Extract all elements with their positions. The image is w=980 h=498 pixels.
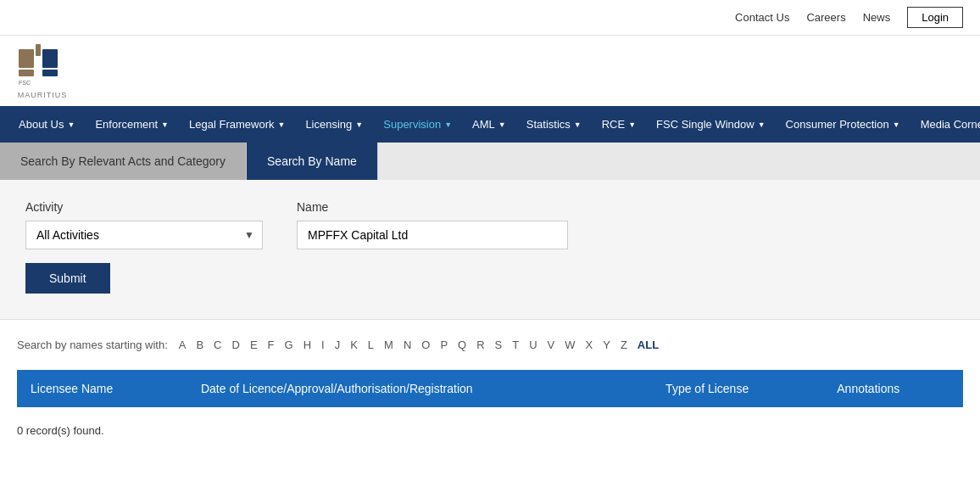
- nav-arrow-statistics: ▼: [574, 120, 582, 129]
- tab-search-by-name[interactable]: Search By Name: [247, 143, 378, 180]
- alpha-d[interactable]: D: [229, 337, 242, 353]
- nav-fsc-single-window[interactable]: FSC Single Window ▼: [646, 106, 776, 143]
- alpha-prefix-label: Search by names starting with:: [17, 339, 168, 351]
- col-annotations: Annotations: [823, 370, 963, 407]
- careers-link[interactable]: Careers: [806, 11, 845, 24]
- nav-legal-framework[interactable]: Legal Framework ▼: [179, 106, 295, 143]
- alpha-q[interactable]: Q: [455, 337, 469, 353]
- nav-arrow-fsc: ▼: [758, 120, 766, 129]
- fsc-logo: FSC: [17, 42, 68, 89]
- activity-select-wrapper: All Activities ▼: [25, 221, 263, 249]
- nav-arrow-licensing: ▼: [355, 120, 363, 129]
- nav-consumer-protection[interactable]: Consumer Protection ▼: [776, 106, 910, 143]
- name-input[interactable]: [297, 221, 568, 249]
- alpha-b[interactable]: B: [193, 337, 206, 353]
- alpha-y[interactable]: Y: [600, 337, 613, 353]
- nav-rce[interactable]: RCE ▼: [592, 106, 646, 143]
- tab-relevant-acts[interactable]: Search By Relevant Acts and Category: [0, 143, 247, 180]
- activity-select[interactable]: All Activities: [25, 221, 263, 249]
- search-tabs: Search By Relevant Acts and Category Sea…: [0, 143, 980, 180]
- activity-group: Activity All Activities ▼: [25, 200, 263, 249]
- name-label: Name: [297, 200, 568, 214]
- col-type-of-license: Type of License: [652, 370, 823, 407]
- nav-arrow-consumer: ▼: [893, 120, 900, 129]
- svg-rect-2: [42, 49, 58, 68]
- svg-rect-3: [19, 70, 34, 76]
- nav-arrow-enforcement: ▼: [161, 120, 169, 129]
- alpha-f[interactable]: F: [265, 337, 277, 353]
- search-form: Activity All Activities ▼ Name Submit: [0, 180, 980, 320]
- alpha-t[interactable]: T: [509, 337, 521, 353]
- alpha-g[interactable]: G: [282, 337, 296, 353]
- svg-rect-4: [42, 70, 58, 76]
- nav-arrow-about: ▼: [67, 120, 75, 129]
- nav-statistics[interactable]: Statistics ▼: [516, 106, 592, 143]
- submit-button[interactable]: Submit: [25, 263, 110, 294]
- alpha-w[interactable]: W: [562, 337, 577, 353]
- news-link[interactable]: News: [863, 11, 891, 24]
- alpha-search: Search by names starting with: A B C D E…: [0, 320, 980, 361]
- alpha-u[interactable]: U: [526, 337, 539, 353]
- form-row: Activity All Activities ▼ Name: [25, 200, 955, 249]
- top-bar: Contact Us Careers News Login: [0, 0, 980, 36]
- nav-arrow-aml: ▼: [498, 120, 506, 129]
- alpha-j[interactable]: J: [332, 337, 343, 353]
- nav-licensing[interactable]: Licensing ▼: [295, 106, 373, 143]
- logo-mauritius-text: MAURITIUS: [18, 91, 68, 99]
- alpha-a[interactable]: A: [176, 337, 189, 353]
- alpha-all[interactable]: ALL: [635, 337, 661, 353]
- svg-rect-0: [19, 49, 34, 68]
- nav-about-us[interactable]: About Us ▼: [8, 106, 85, 143]
- nav-arrow-legal: ▼: [277, 120, 285, 129]
- alpha-m[interactable]: M: [381, 337, 396, 353]
- nav-media-corner[interactable]: Media Corner ▼: [910, 106, 980, 143]
- alpha-n[interactable]: N: [401, 337, 414, 353]
- main-nav: About Us ▼ Enforcement ▼ Legal Framework…: [0, 106, 980, 143]
- nav-supervision[interactable]: Supervision ▼: [373, 106, 462, 143]
- nav-enforcement[interactable]: Enforcement ▼: [85, 106, 179, 143]
- alpha-s[interactable]: S: [493, 337, 505, 353]
- logo-area: FSC MAURITIUS: [17, 42, 68, 99]
- alpha-x[interactable]: X: [583, 337, 596, 353]
- name-group: Name: [297, 200, 568, 249]
- alpha-i[interactable]: I: [319, 337, 327, 353]
- nav-arrow-rce: ▼: [628, 120, 636, 129]
- alpha-c[interactable]: C: [211, 337, 224, 353]
- results-table: Licensee Name Date of Licence/Approval/A…: [17, 370, 963, 407]
- nav-aml[interactable]: AML ▼: [462, 106, 516, 143]
- alpha-p[interactable]: P: [437, 337, 450, 353]
- col-date-of-licence: Date of Licence/Approval/Authorisation/R…: [187, 370, 652, 407]
- alpha-r[interactable]: R: [474, 337, 487, 353]
- nav-arrow-supervision: ▼: [444, 120, 452, 129]
- header: FSC MAURITIUS: [0, 36, 980, 106]
- svg-rect-1: [36, 44, 41, 56]
- contact-us-link[interactable]: Contact Us: [735, 11, 789, 24]
- alpha-h[interactable]: H: [301, 337, 314, 353]
- alpha-e[interactable]: E: [248, 337, 260, 353]
- alpha-v[interactable]: V: [545, 337, 558, 353]
- login-button[interactable]: Login: [907, 7, 963, 28]
- col-licensee-name: Licensee Name: [17, 370, 187, 407]
- alpha-l[interactable]: L: [365, 337, 376, 353]
- alpha-z[interactable]: Z: [618, 337, 630, 353]
- table-header-row: Licensee Name Date of Licence/Approval/A…: [17, 370, 963, 407]
- alpha-k[interactable]: K: [348, 337, 360, 353]
- activity-label: Activity: [25, 200, 263, 214]
- alpha-o[interactable]: O: [419, 337, 432, 353]
- svg-text:FSC: FSC: [19, 80, 31, 86]
- records-found: 0 record(s) found.: [0, 416, 980, 445]
